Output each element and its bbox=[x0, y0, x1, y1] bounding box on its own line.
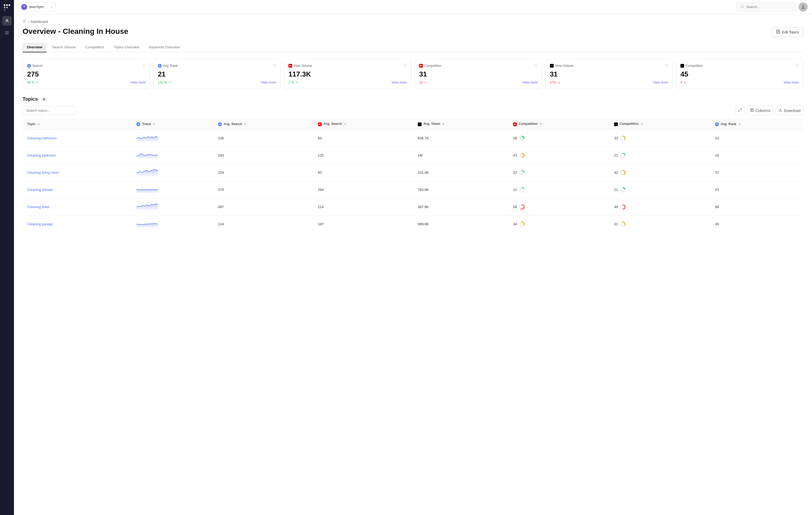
col-header-comp-yt[interactable]: ▶ Competition ⇅ bbox=[509, 119, 610, 130]
topics-toolbar: Columns Download bbox=[23, 106, 804, 115]
search-input[interactable] bbox=[746, 5, 791, 9]
arrow-down-icon-3 bbox=[684, 81, 686, 84]
col-header-topic[interactable]: Topic ⇅ bbox=[23, 119, 133, 130]
topic-link-0[interactable]: Cleaning bathroom bbox=[27, 136, 57, 140]
topic-link-1[interactable]: Cleaning bedroom bbox=[27, 153, 56, 158]
cell-avg-views-2: 231.9K bbox=[413, 164, 509, 181]
info-icon-g-search[interactable]: ⓘ bbox=[142, 63, 146, 68]
table-row: Cleaning shower 274 264 783.8K 12 bbox=[23, 181, 804, 198]
view-more-g-search[interactable]: View more bbox=[130, 81, 145, 84]
info-icon-g-rank[interactable]: ⓘ bbox=[273, 63, 276, 68]
cell-avg-rank-0: 10 bbox=[711, 130, 803, 147]
tab-search-volume[interactable]: Search Volume bbox=[48, 42, 80, 52]
svg-rect-0 bbox=[4, 4, 5, 6]
user-avatar[interactable] bbox=[799, 2, 808, 11]
youtube-platform-icon: ▶ bbox=[288, 64, 292, 68]
sidebar-item-organization[interactable] bbox=[2, 16, 12, 26]
metric-cards: G Search ⓘ 275 96 % View more bbox=[23, 59, 804, 89]
tab-keywords-overview[interactable]: Keywords Overview bbox=[145, 42, 184, 52]
cell-comp-yt-1: 43 bbox=[509, 147, 610, 164]
svg-rect-2 bbox=[8, 4, 10, 6]
topic-link-3[interactable]: Cleaning shower bbox=[27, 188, 53, 192]
svg-point-13 bbox=[24, 21, 25, 22]
metric-value-yt-view: 117.3K bbox=[288, 70, 407, 78]
cell-comp-tt-2: 42 bbox=[610, 164, 711, 181]
metric-card-yt-comp: ▶ Competition ⓘ 31 10 View more bbox=[414, 59, 542, 89]
info-icon-tt-view[interactable]: ⓘ bbox=[665, 63, 668, 68]
cell-comp-yt-5: 34 bbox=[509, 216, 610, 233]
sort-icon-avg-rank: ⇅ bbox=[738, 123, 741, 126]
metric-value-g-rank: 21 bbox=[158, 70, 276, 78]
sidebar bbox=[0, 0, 14, 515]
youtube-platform-icon-2: ▶ bbox=[419, 64, 423, 68]
cell-topic-3: Cleaning shower bbox=[23, 181, 133, 198]
cell-avg-search-yt-3: 264 bbox=[314, 181, 413, 198]
metric-change-tt-view: 27% bbox=[550, 81, 560, 84]
cell-avg-views-3: 783.8K bbox=[413, 181, 509, 198]
info-icon-yt-view[interactable]: ⓘ bbox=[404, 63, 407, 68]
col-header-avg-search-yt[interactable]: ▶ Avg. Search ⇅ bbox=[314, 119, 413, 130]
table-row: Cleaning bedroom 243 125 1M 43 bbox=[23, 147, 804, 164]
sort-icon-comp-yt: ⇅ bbox=[540, 122, 542, 125]
columns-button[interactable]: Columns bbox=[747, 106, 773, 115]
cell-comp-yt-2: 22 bbox=[509, 164, 610, 181]
info-icon-tt-comp[interactable]: ⓘ bbox=[795, 63, 799, 68]
topics-section-header: Topics 6 bbox=[23, 96, 804, 102]
svg-point-10 bbox=[741, 5, 743, 7]
metric-card-tt-comp: ♪ Competition ⓘ 45 6 View more bbox=[676, 59, 804, 89]
view-more-yt-comp[interactable]: View more bbox=[522, 81, 537, 84]
metric-label-g-rank: G Avg. Rank bbox=[158, 64, 178, 68]
col-header-comp-tt[interactable]: ♪ Competition ⇅ bbox=[610, 119, 711, 130]
info-icon-yt-comp[interactable]: ⓘ bbox=[534, 63, 538, 68]
arrow-up-icon bbox=[35, 81, 38, 84]
cell-avg-views-4: 387.9K bbox=[413, 198, 509, 216]
table-row: Cleaning living room 124 93 231.9K 22 bbox=[23, 164, 804, 181]
sidebar-logo bbox=[3, 3, 11, 12]
arrow-down-icon bbox=[424, 81, 427, 84]
metric-change-tt-comp: 6 bbox=[680, 81, 686, 84]
page-title: Overview - Cleaning In House bbox=[23, 27, 128, 36]
view-more-g-rank[interactable]: View more bbox=[261, 81, 276, 84]
cell-comp-tt-0: 33 bbox=[610, 130, 711, 147]
metric-change-g-rank: 132 % bbox=[158, 81, 171, 84]
col-header-avg-views[interactable]: ♪ Avg. Views ⇅ bbox=[413, 119, 509, 130]
workspace-selector[interactable]: T team5pm ⌄ bbox=[18, 2, 56, 12]
cell-avg-search-g-1: 243 bbox=[214, 147, 314, 164]
sidebar-item-menu[interactable] bbox=[2, 28, 12, 37]
columns-label: Columns bbox=[755, 109, 770, 113]
google-icon-avg-search: G bbox=[218, 122, 222, 126]
view-more-tt-comp[interactable]: View more bbox=[784, 81, 799, 84]
topic-link-5[interactable]: Cleaning garage bbox=[27, 222, 53, 226]
edit-topics-button[interactable]: Edit Topics bbox=[772, 27, 804, 37]
workspace-avatar: T bbox=[21, 4, 27, 10]
download-button[interactable]: Download bbox=[776, 106, 804, 115]
svg-point-6 bbox=[6, 19, 8, 21]
breadcrumb-current: Dashboard bbox=[31, 20, 48, 24]
global-search[interactable] bbox=[736, 2, 795, 11]
expand-icon bbox=[738, 108, 742, 113]
topic-link-4[interactable]: Cleaning toilet bbox=[27, 205, 49, 209]
table-header-row: Topic ⇅ G Trend ⇅ G Avg. Search ⇅ bbox=[23, 119, 804, 130]
expand-button[interactable] bbox=[735, 106, 745, 115]
metric-value-tt-comp: 45 bbox=[680, 70, 799, 78]
col-header-trend[interactable]: G Trend ⇅ bbox=[132, 119, 214, 130]
view-more-tt-view[interactable]: View more bbox=[653, 81, 668, 84]
search-topics-input[interactable] bbox=[23, 106, 76, 115]
cell-avg-search-g-2: 124 bbox=[214, 164, 314, 181]
cell-trend-2 bbox=[132, 164, 214, 181]
topic-link-2[interactable]: Cleaning living room bbox=[27, 171, 59, 174]
tab-topics-overview[interactable]: Topics Overview bbox=[110, 42, 144, 52]
cell-topic-4: Cleaning toilet bbox=[23, 198, 133, 216]
tab-competitors[interactable]: Competitors bbox=[81, 42, 109, 52]
download-icon bbox=[778, 108, 782, 113]
col-header-avg-rank[interactable]: G Avg. Rank ⇅ bbox=[711, 119, 803, 130]
yt-icon-comp: ▶ bbox=[513, 122, 517, 126]
cell-topic-5: Cleaning garage bbox=[23, 216, 133, 233]
tab-overview[interactable]: Overview bbox=[23, 42, 47, 52]
col-header-avg-search-g[interactable]: G Avg. Search ⇅ bbox=[214, 119, 314, 130]
view-more-yt-view[interactable]: View more bbox=[392, 81, 407, 84]
svg-line-11 bbox=[743, 7, 744, 8]
page-header: Overview - Cleaning In House Edit Topics bbox=[23, 27, 804, 37]
search-icon bbox=[740, 5, 744, 9]
cell-avg-search-yt-4: 214 bbox=[314, 198, 413, 216]
